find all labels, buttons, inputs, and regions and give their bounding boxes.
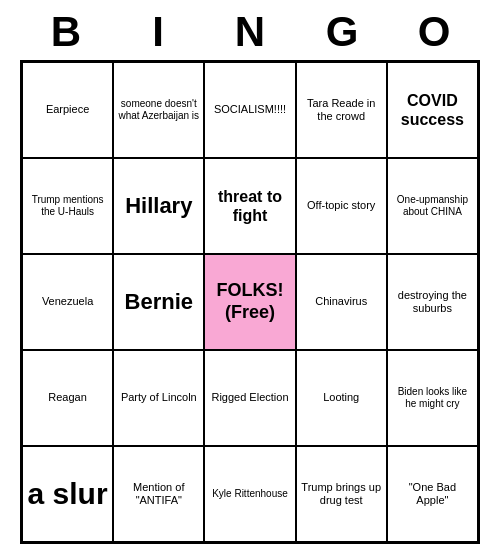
cell-text-18: Looting	[323, 391, 359, 404]
cell-text-19: Biden looks like he might cry	[392, 386, 473, 410]
bingo-cell-17[interactable]: Rigged Election	[204, 350, 295, 446]
cell-text-15: Reagan	[48, 391, 87, 404]
title-letter-G: G	[312, 8, 372, 56]
cell-text-8: Off-topic story	[307, 199, 375, 212]
bingo-cell-16[interactable]: Party of Lincoln	[113, 350, 204, 446]
cell-text-6: Hillary	[125, 193, 192, 219]
bingo-cell-6[interactable]: Hillary	[113, 158, 204, 254]
cell-text-14: destroying the suburbs	[392, 289, 473, 315]
cell-text-21: Mention of "ANTIFA"	[118, 481, 199, 507]
cell-text-3: Tara Reade in the crowd	[301, 97, 382, 123]
cell-text-12: FOLKS! (Free)	[209, 280, 290, 323]
cell-text-5: Trump mentions the U-Hauls	[27, 194, 108, 218]
cell-text-1: someone doesn't what Azerbaijan is	[118, 98, 199, 122]
bingo-cell-9[interactable]: One-upmanship about CHINA	[387, 158, 478, 254]
bingo-title: BINGO	[20, 0, 480, 60]
bingo-cell-22[interactable]: Kyle Rittenhouse	[204, 446, 295, 542]
cell-text-7: threat to fight	[209, 187, 290, 225]
cell-text-20: a slur	[28, 476, 108, 512]
cell-text-11: Bernie	[125, 289, 193, 315]
bingo-cell-3[interactable]: Tara Reade in the crowd	[296, 62, 387, 158]
bingo-cell-0[interactable]: Earpiece	[22, 62, 113, 158]
bingo-cell-20[interactable]: a slur	[22, 446, 113, 542]
bingo-cell-19[interactable]: Biden looks like he might cry	[387, 350, 478, 446]
cell-text-22: Kyle Rittenhouse	[212, 488, 288, 500]
title-letter-O: O	[404, 8, 464, 56]
bingo-cell-8[interactable]: Off-topic story	[296, 158, 387, 254]
bingo-cell-14[interactable]: destroying the suburbs	[387, 254, 478, 350]
cell-text-10: Venezuela	[42, 295, 93, 308]
cell-text-16: Party of Lincoln	[121, 391, 197, 404]
bingo-cell-5[interactable]: Trump mentions the U-Hauls	[22, 158, 113, 254]
cell-text-13: Chinavirus	[315, 295, 367, 308]
bingo-cell-23[interactable]: Trump brings up drug test	[296, 446, 387, 542]
cell-text-23: Trump brings up drug test	[301, 481, 382, 507]
title-letter-N: N	[220, 8, 280, 56]
cell-text-9: One-upmanship about CHINA	[392, 194, 473, 218]
cell-text-2: SOCIALISM!!!!	[214, 103, 286, 116]
bingo-cell-21[interactable]: Mention of "ANTIFA"	[113, 446, 204, 542]
bingo-cell-12[interactable]: FOLKS! (Free)	[204, 254, 295, 350]
cell-text-17: Rigged Election	[211, 391, 288, 404]
bingo-grid: Earpiecesomeone doesn't what Azerbaijan …	[20, 60, 480, 544]
cell-text-24: "One Bad Apple"	[392, 481, 473, 507]
title-letter-I: I	[128, 8, 188, 56]
cell-text-0: Earpiece	[46, 103, 89, 116]
bingo-cell-7[interactable]: threat to fight	[204, 158, 295, 254]
cell-text-4: COVID success	[392, 91, 473, 129]
bingo-cell-11[interactable]: Bernie	[113, 254, 204, 350]
bingo-cell-2[interactable]: SOCIALISM!!!!	[204, 62, 295, 158]
bingo-cell-24[interactable]: "One Bad Apple"	[387, 446, 478, 542]
bingo-cell-13[interactable]: Chinavirus	[296, 254, 387, 350]
bingo-cell-10[interactable]: Venezuela	[22, 254, 113, 350]
bingo-cell-1[interactable]: someone doesn't what Azerbaijan is	[113, 62, 204, 158]
bingo-cell-15[interactable]: Reagan	[22, 350, 113, 446]
bingo-cell-4[interactable]: COVID success	[387, 62, 478, 158]
title-letter-B: B	[36, 8, 96, 56]
bingo-cell-18[interactable]: Looting	[296, 350, 387, 446]
